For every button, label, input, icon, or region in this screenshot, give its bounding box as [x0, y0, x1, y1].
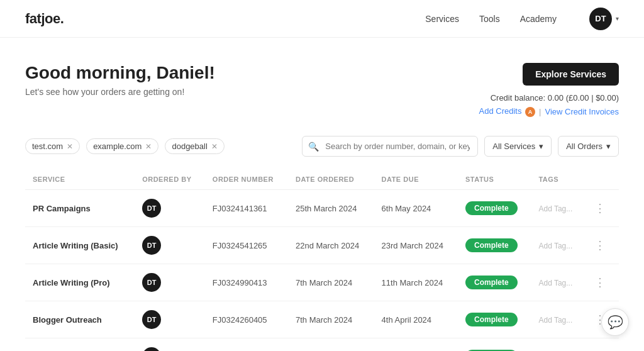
col-actions — [584, 169, 619, 190]
all-orders-dropdown[interactable]: All Orders ▾ — [558, 136, 619, 157]
hero-greeting: Good morning, Daniel! Let's see how your… — [25, 63, 215, 97]
status-badge: Complete — [465, 238, 518, 252]
credit-balance: Credit balance: 0.00 (£0.00 | $0.00) — [479, 93, 619, 103]
search-wrapper: 🔍 — [302, 136, 478, 157]
table-row: Article Writing (Pro) DT FJ0324730219 5t… — [25, 338, 619, 352]
date-due: 11th March 2024 — [382, 278, 443, 287]
table-row: Article Writing (Basic) DT FJ0324541265 … — [25, 227, 619, 264]
service-name: Article Writing (Pro) — [33, 278, 110, 287]
col-ordered-by: ORDERED BY — [135, 169, 205, 190]
row-more-button[interactable]: ⋮ — [592, 201, 608, 215]
filter-tag-0[interactable]: test.com ✕ — [25, 138, 80, 154]
search-icon: 🔍 — [308, 142, 319, 152]
add-tag[interactable]: Add Tag... — [538, 316, 572, 325]
date-due: 23rd March 2024 — [382, 241, 443, 250]
divider: | — [539, 107, 541, 116]
date-due: 4th April 2024 — [382, 315, 432, 325]
user-menu[interactable]: DT ▾ — [589, 8, 619, 30]
add-tag[interactable]: Add Tag... — [538, 204, 572, 213]
chat-icon: 💬 — [608, 315, 623, 330]
table-row: Blogger Outreach DT FJ0324260405 7th Mar… — [25, 301, 619, 338]
filter-tag-2[interactable]: dodgeball ✕ — [165, 138, 224, 154]
service-name: PR Campaigns — [33, 204, 91, 213]
remove-tag-2[interactable]: ✕ — [211, 142, 218, 151]
date-ordered: 25th March 2024 — [296, 204, 357, 213]
avatar: DT — [589, 8, 612, 30]
date-due: 6th May 2024 — [382, 204, 431, 213]
status-badge: Complete — [465, 201, 518, 215]
date-ordered: 7th March 2024 — [296, 278, 352, 287]
order-number: FJ0324541265 — [213, 241, 267, 250]
col-tags: TAGS — [531, 169, 584, 190]
table-row: PR Campaigns DT FJ0324141361 25th March … — [25, 190, 619, 227]
ordered-by-avatar: DT — [142, 199, 161, 218]
col-service: SERVICE — [25, 169, 135, 190]
table-row: Article Writing (Pro) DT FJ0324990413 7t… — [25, 264, 619, 301]
status-badge: Complete — [465, 276, 518, 289]
header: fatjoe. Services Tools Academy DT ▾ — [0, 0, 644, 38]
service-name: Blogger Outreach — [33, 315, 102, 325]
order-number: FJ0324990413 — [213, 278, 267, 287]
order-number: FJ0324141361 — [213, 204, 267, 213]
greeting-subtitle: Let's see how your orders are getting on… — [25, 87, 215, 97]
date-ordered: 22nd March 2024 — [296, 241, 359, 250]
orders-table-wrap: SERVICE ORDERED BY ORDER NUMBER DATE ORD… — [0, 157, 644, 351]
ordered-by-avatar: DT — [142, 273, 161, 292]
add-credits-link[interactable]: Add Credits A — [479, 106, 536, 117]
orders-table: SERVICE ORDERED BY ORDER NUMBER DATE ORD… — [25, 169, 619, 351]
view-credit-invoices-link[interactable]: View Credit Invoices — [545, 107, 619, 116]
nav-services[interactable]: Services — [425, 14, 459, 24]
ordered-by-avatar: DT — [142, 310, 161, 329]
table-header-row: SERVICE ORDERED BY ORDER NUMBER DATE ORD… — [25, 169, 619, 190]
date-ordered: 7th March 2024 — [296, 315, 352, 325]
chevron-down-icon: ▾ — [539, 142, 543, 151]
nav-tools[interactable]: Tools — [479, 14, 500, 24]
add-tag[interactable]: Add Tag... — [538, 279, 572, 287]
main-nav: Services Tools Academy DT ▾ — [425, 8, 619, 30]
explore-services-button[interactable]: Explore Services — [523, 63, 619, 86]
col-status: STATUS — [458, 169, 531, 190]
logo: fatjoe. — [25, 11, 425, 27]
chat-button[interactable]: 💬 — [601, 308, 629, 336]
ordered-by-avatar: DT — [142, 347, 161, 351]
order-number: FJ0324260405 — [213, 315, 267, 325]
greeting-heading: Good morning, Daniel! — [25, 63, 215, 83]
all-services-dropdown[interactable]: All Services ▾ — [484, 136, 552, 157]
chevron-down-icon: ▾ — [616, 15, 619, 22]
add-tag[interactable]: Add Tag... — [538, 242, 572, 250]
filter-tag-1[interactable]: example.com ✕ — [86, 138, 158, 154]
search-input[interactable] — [302, 136, 478, 157]
add-credits-icon: A — [525, 107, 535, 117]
remove-tag-1[interactable]: ✕ — [145, 142, 152, 151]
filters-bar: test.com ✕ example.com ✕ dodgeball ✕ 🔍 A… — [0, 130, 644, 157]
hero-section: Good morning, Daniel! Let's see how your… — [0, 38, 644, 130]
credit-links: Add Credits A | View Credit Invoices — [479, 106, 619, 117]
nav-academy[interactable]: Academy — [520, 14, 557, 24]
col-date-ordered: DATE ORDERED — [288, 169, 374, 190]
ordered-by-avatar: DT — [142, 236, 161, 255]
col-date-due: DATE DUE — [374, 169, 458, 190]
hero-actions: Explore Services Credit balance: 0.00 (£… — [479, 63, 619, 117]
remove-tag-0[interactable]: ✕ — [67, 142, 73, 151]
service-name: Article Writing (Basic) — [33, 241, 118, 250]
col-order-number: ORDER NUMBER — [205, 169, 288, 190]
chevron-down-icon: ▾ — [606, 142, 611, 151]
status-badge: Complete — [465, 313, 518, 326]
row-more-button[interactable]: ⋮ — [592, 276, 608, 289]
row-more-button[interactable]: ⋮ — [592, 238, 608, 252]
